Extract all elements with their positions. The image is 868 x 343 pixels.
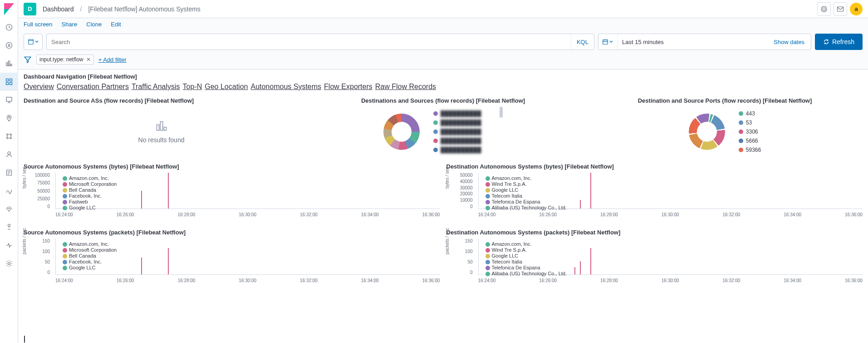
- filter-pill[interactable]: input.type: netflow ✕: [36, 55, 94, 65]
- legend-item[interactable]: Amazon.com, Inc.: [63, 241, 117, 247]
- breadcrumb-root[interactable]: Dashboard: [43, 5, 74, 13]
- legend-item[interactable]: ██████████: [433, 110, 481, 117]
- edit-link[interactable]: Edit: [111, 21, 121, 32]
- kql-toggle[interactable]: KQL: [571, 34, 594, 50]
- x-tick: 16:34:00: [784, 212, 801, 217]
- donut-chart[interactable]: [689, 114, 725, 150]
- full-screen-link[interactable]: Full screen: [24, 21, 53, 32]
- nav-canvas-icon[interactable]: [0, 91, 18, 109]
- navlink-overview[interactable]: Overview: [24, 83, 54, 91]
- saved-queries-button[interactable]: [24, 34, 43, 50]
- navlink-flow-exporters[interactable]: Flow Exporters: [324, 83, 373, 91]
- nav-dashboard-icon[interactable]: [0, 73, 18, 91]
- navlink-autonomous-systems[interactable]: Autonomous Systems: [250, 83, 321, 91]
- legend-item[interactable]: Facebook, Inc.: [63, 259, 117, 265]
- legend-item[interactable]: 5666: [739, 138, 761, 144]
- date-range-value[interactable]: Last 15 minutes: [618, 34, 767, 50]
- mail-icon[interactable]: [834, 2, 847, 16]
- navlink-traffic-analysis[interactable]: Traffic Analysis: [132, 83, 180, 91]
- nav-maps-icon[interactable]: [0, 109, 18, 127]
- legend-item[interactable]: Wind Tre S.p.A.: [485, 247, 567, 253]
- navlink-geo-location[interactable]: Geo Location: [205, 83, 248, 91]
- bar[interactable]: [168, 248, 169, 274]
- legend-item[interactable]: Alibaba (US) Technology Co., Ltd.: [485, 205, 567, 211]
- nav-metrics-icon[interactable]: [0, 145, 18, 164]
- chart-legend: Amazon.com, Inc.Wind Tre S.p.A.Google LL…: [485, 241, 567, 277]
- legend-item[interactable]: Google LLC: [63, 205, 117, 211]
- legend-item[interactable]: Alibaba (US) Technology Co., Ltd.: [485, 271, 567, 277]
- share-link[interactable]: Share: [62, 21, 78, 32]
- legend-item[interactable]: Facebook, Inc.: [63, 193, 117, 199]
- add-filter-link[interactable]: + Add filter: [98, 56, 127, 63]
- swatch-icon: [485, 176, 490, 181]
- clone-link[interactable]: Clone: [86, 21, 102, 32]
- refresh-button[interactable]: Refresh: [815, 34, 863, 50]
- svg-rect-6: [6, 97, 12, 101]
- legend-item[interactable]: Google LLC: [485, 253, 567, 259]
- navlink-conversation-partners[interactable]: Conversation Partners: [57, 83, 129, 91]
- avatar[interactable]: a: [850, 3, 863, 15]
- nav-logs-icon[interactable]: [0, 164, 18, 182]
- donut-chart[interactable]: [383, 114, 420, 150]
- legend-item[interactable]: Fastweb: [63, 199, 117, 205]
- bar[interactable]: [590, 173, 591, 209]
- legend-item[interactable]: ██████████: [433, 147, 481, 153]
- legend-item[interactable]: 3306: [739, 129, 761, 135]
- legend-item[interactable]: Telefonica De Espana: [485, 265, 567, 271]
- swatch-icon: [485, 248, 490, 253]
- swatch-icon: [485, 206, 490, 210]
- legend-item[interactable]: Telecom Italia: [485, 193, 567, 199]
- bar[interactable]: [141, 258, 142, 274]
- nav-discover-icon[interactable]: [0, 36, 18, 55]
- panel-title: Source Autonomous Systems (packets) [Fil…: [24, 229, 440, 236]
- legend-item[interactable]: Amazon.com, Inc.: [63, 175, 117, 181]
- legend-item[interactable]: Microsoft Corporation: [63, 247, 117, 253]
- legend-item[interactable]: 53: [739, 119, 761, 126]
- navlink-raw-flow-records[interactable]: Raw Flow Records: [375, 83, 436, 91]
- legend-item[interactable]: Telefonica De Espana: [485, 199, 567, 205]
- bar[interactable]: [580, 200, 581, 209]
- nav-uptime-icon[interactable]: [0, 200, 18, 218]
- panel-title: Destination and Source Ports (flow recor…: [587, 97, 863, 104]
- legend-item[interactable]: Microsoft Corporation: [63, 181, 117, 187]
- nav-siem-icon[interactable]: [0, 218, 18, 236]
- legend-item[interactable]: Bell Canada: [63, 187, 117, 193]
- legend-item[interactable]: ██████████: [433, 119, 481, 126]
- show-dates-link[interactable]: Show dates: [767, 34, 811, 50]
- nav-ml-icon[interactable]: [0, 127, 18, 145]
- legend-item[interactable]: 59366: [739, 147, 761, 153]
- nav-visualize-icon[interactable]: [0, 55, 18, 73]
- newsfeed-icon[interactable]: [817, 2, 831, 16]
- legend-item[interactable]: Google LLC: [63, 265, 117, 271]
- nav-recent-icon[interactable]: [0, 18, 18, 36]
- search-input[interactable]: [47, 34, 571, 50]
- panel-dest-src-as: Destination and Source ASs (flow records…: [24, 97, 299, 157]
- filter-menu-icon[interactable]: [24, 55, 32, 64]
- nav-devtools-icon[interactable]: [0, 236, 18, 254]
- legend-item[interactable]: ██████████: [433, 138, 481, 144]
- panel-title: Source Autonomous Systems (bytes) [Fileb…: [24, 163, 440, 170]
- left-nav: [0, 0, 18, 343]
- nav-management-icon[interactable]: [0, 254, 18, 273]
- bar[interactable]: [168, 173, 169, 209]
- close-icon[interactable]: ✕: [86, 56, 91, 63]
- nav-apm-icon[interactable]: [0, 182, 18, 200]
- bar[interactable]: [580, 261, 581, 274]
- legend-item[interactable]: Wind Tre S.p.A.: [485, 181, 567, 187]
- bar[interactable]: [574, 267, 575, 274]
- legend-item[interactable]: Telecom Italia: [485, 259, 567, 265]
- kibana-logo-icon[interactable]: [0, 0, 18, 18]
- date-quick-button[interactable]: [598, 34, 618, 50]
- legend-scrollbar[interactable]: [500, 107, 503, 118]
- legend-item[interactable]: Google LLC: [485, 187, 567, 193]
- navlink-top-n[interactable]: Top-N: [183, 83, 202, 91]
- y-tick: 100000: [30, 173, 50, 178]
- bar[interactable]: [141, 191, 142, 209]
- legend-item[interactable]: Amazon.com, Inc.: [485, 241, 567, 247]
- x-tick: 16:34:00: [784, 278, 801, 283]
- legend-item[interactable]: 443: [739, 110, 761, 117]
- bar[interactable]: [590, 248, 591, 274]
- legend-item[interactable]: ██████████: [433, 129, 481, 135]
- legend-item[interactable]: Amazon.com, Inc.: [485, 175, 567, 181]
- legend-item[interactable]: Bell Canada: [63, 253, 117, 259]
